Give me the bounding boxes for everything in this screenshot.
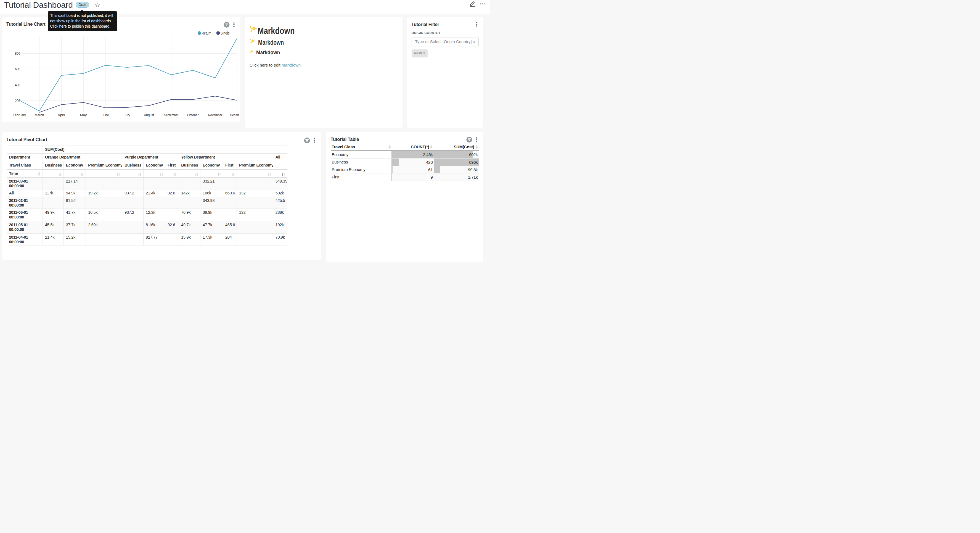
svg-text:July: July xyxy=(124,113,130,117)
svg-text:800: 800 xyxy=(15,52,20,56)
svg-text:June: June xyxy=(102,113,109,117)
svg-text:August: August xyxy=(144,113,154,117)
svg-text:September: September xyxy=(164,113,178,117)
svg-text:November: November xyxy=(208,113,222,117)
svg-text:May: May xyxy=(80,113,87,117)
svg-text:400: 400 xyxy=(15,83,20,87)
svg-text:December: December xyxy=(230,113,239,117)
svg-text:200: 200 xyxy=(15,99,20,103)
svg-text:March: March xyxy=(35,113,44,117)
svg-text:Return: Return xyxy=(202,31,211,35)
svg-text:February: February xyxy=(13,113,26,117)
svg-text:April: April xyxy=(57,113,65,117)
svg-text:600: 600 xyxy=(15,67,20,71)
svg-text:October: October xyxy=(187,113,199,117)
svg-text:Single: Single xyxy=(220,31,230,35)
